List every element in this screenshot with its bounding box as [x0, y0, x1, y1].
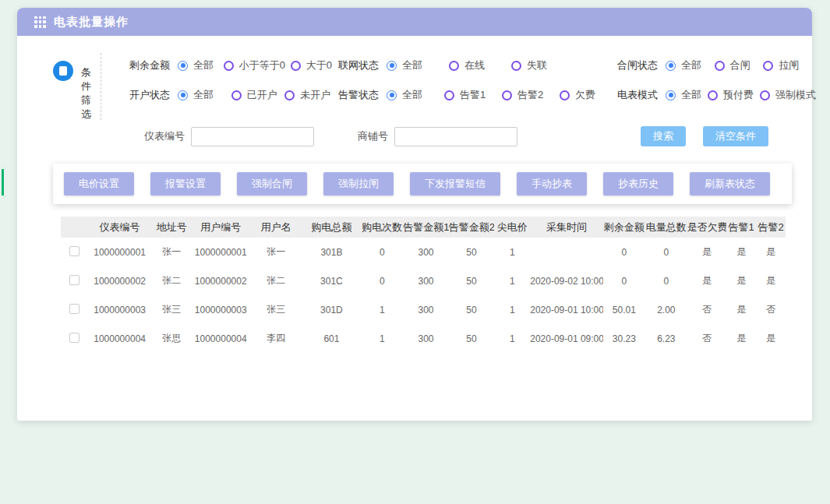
filter-divider — [101, 53, 101, 120]
radio-option[interactable]: 小于等于0 — [224, 58, 284, 72]
meter-number-input[interactable] — [191, 127, 314, 146]
radio-icon[interactable] — [511, 61, 521, 71]
radio-icon[interactable] — [708, 90, 718, 100]
radio-option-label: 全部 — [681, 58, 701, 72]
radio-icon[interactable] — [449, 61, 459, 71]
radio-icon[interactable] — [291, 61, 301, 71]
radio-icon[interactable] — [715, 61, 725, 71]
radio-option-label: 在线 — [464, 58, 485, 72]
radio-icon[interactable] — [763, 61, 773, 71]
radio-icon[interactable] — [284, 90, 295, 100]
cell: 1000000004 — [191, 324, 250, 353]
checkbox-cell — [61, 266, 87, 295]
cell: 张思 — [152, 324, 191, 353]
shop-number-input[interactable] — [394, 127, 517, 146]
action-button-4[interactable]: 下发报警短信 — [410, 172, 500, 196]
radio-option[interactable]: 拉闸 — [763, 58, 806, 72]
radio-option[interactable]: 已开户 — [231, 88, 279, 102]
cell: 是 — [687, 238, 726, 266]
action-button-3[interactable]: 强制拉闸 — [323, 172, 394, 196]
filter-group-label: 告警状态 — [338, 88, 379, 102]
radio-selected-icon[interactable] — [666, 61, 676, 71]
filter-group-3: 开户状态全部已开户未开户 — [129, 86, 338, 104]
grid-menu-icon[interactable] — [34, 16, 46, 28]
radio-icon[interactable] — [502, 90, 512, 100]
filter-groups: 剩余金额全部小于等于0大于0开户状态全部已开户未开户联网状态全部在线失联告警状态… — [115, 50, 812, 122]
radio-option[interactable]: 欠费 — [560, 88, 611, 102]
cell: 张三 — [250, 295, 302, 324]
row-checkbox[interactable] — [69, 304, 79, 314]
radio-option[interactable]: 全部 — [666, 58, 708, 72]
col-header-14: 告警2 — [756, 217, 786, 238]
radio-option[interactable]: 全部 — [178, 58, 217, 72]
action-button-2[interactable]: 强制合闸 — [237, 172, 307, 196]
radio-icon[interactable] — [444, 90, 454, 100]
cell: 1000000003 — [87, 295, 152, 324]
radio-option[interactable]: 大于0 — [291, 58, 332, 72]
radio-option[interactable]: 全部 — [387, 58, 443, 72]
table-header-row: 仪表编号地址号用户编号用户名购电总额购电次数告警金额1告警金额2尖电价采集时间剩… — [61, 217, 786, 238]
radio-selected-icon[interactable] — [178, 90, 188, 100]
radio-option[interactable]: 告警1 — [444, 88, 496, 102]
action-button-7[interactable]: 刷新表状态 — [690, 172, 770, 196]
radio-option[interactable]: 在线 — [449, 58, 505, 72]
radio-selected-icon[interactable] — [387, 90, 397, 100]
row-checkbox[interactable] — [69, 275, 79, 285]
table-row: 1000000002张二1000000002张二301C03005012020-… — [61, 266, 786, 295]
row-checkbox[interactable] — [69, 333, 79, 343]
search-button[interactable]: 搜索 — [641, 126, 686, 146]
radio-option[interactable]: 全部 — [387, 88, 438, 102]
radio-selected-icon[interactable] — [387, 61, 397, 71]
sidebar-handle[interactable] — [0, 167, 5, 197]
cell: 300 — [403, 324, 449, 353]
meter-table-wrap: 仪表编号地址号用户编号用户名购电总额购电次数告警金额1告警金额2尖电价采集时间剩… — [61, 217, 786, 353]
main-panel: 电表批量操作 条件筛选 剩余金额全部小于等于0大于0开户状态全部已开户未开户联网… — [17, 8, 812, 421]
radio-option[interactable]: 全部 — [666, 88, 701, 102]
radio-icon[interactable] — [760, 90, 770, 100]
cell: 50 — [449, 295, 495, 324]
radio-option-label: 大于0 — [306, 58, 332, 72]
cell: 300 — [403, 238, 449, 266]
cell: 是 — [726, 324, 756, 353]
filter-column: 联网状态全部在线失联告警状态全部告警1告警2欠费 — [338, 56, 617, 122]
col-header-9: 采集时间 — [530, 217, 603, 238]
action-button-1[interactable]: 报警设置 — [150, 172, 221, 196]
filter-group-0: 剩余金额全部小于等于0大于0 — [129, 56, 338, 75]
radio-option[interactable]: 失联 — [511, 58, 567, 72]
action-button-5[interactable]: 手动抄表 — [517, 172, 587, 196]
clear-conditions-button[interactable]: 清空条件 — [703, 126, 768, 146]
radio-option[interactable]: 全部 — [178, 88, 225, 102]
meter-table: 仪表编号地址号用户编号用户名购电总额购电次数告警金额1告警金额2尖电价采集时间剩… — [61, 217, 786, 353]
select-all-header — [61, 217, 87, 238]
cell: 2020-09-02 10:00 — [530, 266, 603, 295]
filter-form-icon — [53, 61, 73, 81]
row-checkbox[interactable] — [69, 246, 79, 256]
radio-option[interactable]: 告警2 — [502, 88, 553, 102]
radio-icon[interactable] — [224, 61, 234, 71]
radio-option[interactable]: 预付费 — [708, 88, 754, 102]
cell: 300 — [403, 295, 449, 324]
cell: 是 — [726, 295, 756, 324]
checkbox-cell — [61, 295, 87, 324]
radio-option[interactable]: 未开户 — [284, 88, 332, 102]
cell: 0 — [361, 266, 403, 295]
action-button-6[interactable]: 抄表历史 — [603, 172, 673, 196]
filter-panel-label: 条件筛选 — [81, 61, 101, 122]
table-row: 1000000004张思1000000004李四60113005012020-0… — [61, 324, 786, 353]
radio-selected-icon[interactable] — [178, 61, 188, 71]
radio-icon[interactable] — [560, 90, 570, 100]
radio-option[interactable]: 合闸 — [715, 58, 758, 72]
radio-icon[interactable] — [231, 90, 242, 100]
action-button-0[interactable]: 电价设置 — [64, 172, 134, 196]
filter-group-label: 剩余金额 — [129, 58, 170, 72]
cell: 1000000001 — [191, 238, 250, 266]
col-header-4: 购电总额 — [302, 217, 362, 238]
cell: 否 — [687, 295, 726, 324]
cell: 50 — [449, 238, 495, 266]
cell: 50 — [449, 324, 495, 353]
radio-option-label: 拉闸 — [779, 58, 799, 72]
filter-column: 剩余金额全部小于等于0大于0开户状态全部已开户未开户 — [129, 56, 338, 122]
radio-option[interactable]: 强制模式 — [760, 88, 810, 102]
radio-selected-icon[interactable] — [666, 90, 676, 100]
cell: 张一 — [250, 238, 302, 266]
